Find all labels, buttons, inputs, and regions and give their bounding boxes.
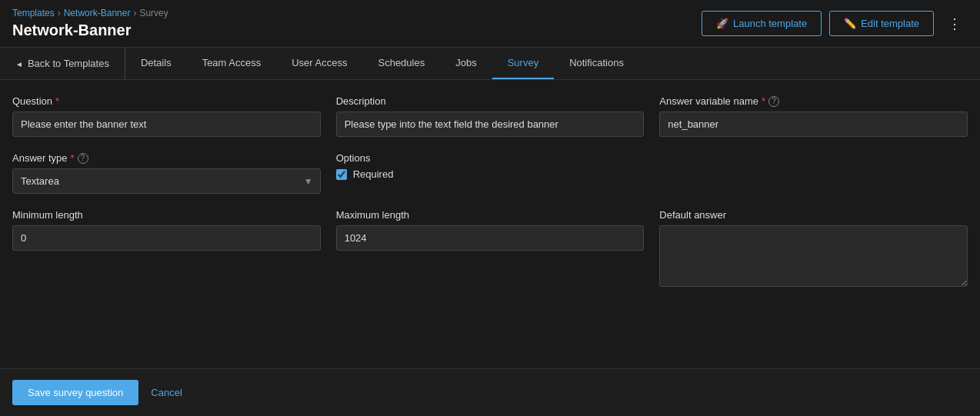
question-input[interactable] (12, 111, 321, 137)
options-label: Options (336, 152, 645, 164)
tab-survey[interactable]: Survey (492, 48, 554, 79)
breadcrumb-templates[interactable]: Templates (12, 8, 55, 18)
tab-team-access[interactable]: Team Access (187, 48, 277, 79)
answer-type-label: Answer type * ? (12, 152, 321, 164)
tab-schedules[interactable]: Schedules (362, 48, 440, 79)
answer-type-group: Answer type * ? Text Textarea Password I… (12, 152, 321, 194)
empty-cell-1 (659, 152, 968, 194)
edit-template-button[interactable]: Edit template (829, 11, 934, 36)
required-checkbox-text: Required (353, 168, 394, 180)
description-input[interactable] (336, 111, 645, 137)
question-required-star: * (55, 95, 59, 107)
nav-tabs: Back to Templates Details Team Access Us… (0, 48, 980, 80)
minimum-length-input[interactable] (12, 225, 321, 251)
answer-variable-name-input[interactable] (659, 111, 968, 137)
question-label: Question * (12, 95, 321, 107)
breadcrumb-network-banner[interactable]: Network-Banner (64, 8, 131, 18)
question-group: Question * (12, 95, 321, 137)
default-answer-group: Default answer (659, 209, 968, 287)
maximum-length-input[interactable] (336, 225, 645, 251)
answer-type-help-icon[interactable]: ? (78, 153, 88, 164)
save-survey-question-button[interactable]: Save survey question (12, 380, 138, 405)
minimum-length-group: Minimum length (12, 209, 321, 287)
required-checkbox[interactable] (336, 169, 347, 180)
launch-template-label: Launch template (733, 18, 807, 29)
top-header: Templates › Network-Banner › Survey Netw… (0, 0, 980, 48)
answer-type-select[interactable]: Text Textarea Password Integer Float Mul… (12, 168, 321, 194)
back-to-templates-label: Back to Templates (28, 58, 109, 69)
breadcrumb: Templates › Network-Banner › Survey (12, 8, 168, 18)
more-actions-button[interactable]: ⋮ (942, 12, 968, 35)
answer-type-required-star: * (71, 152, 75, 164)
back-to-templates-button[interactable]: Back to Templates (0, 48, 125, 79)
answer-variable-help-icon[interactable]: ? (768, 96, 779, 107)
tab-notifications[interactable]: Notifications (554, 48, 639, 79)
main-content: Question * Description Answer variable n… (0, 80, 980, 302)
tab-user-access[interactable]: User Access (276, 48, 362, 79)
answer-variable-name-group: Answer variable name * ? (659, 95, 968, 137)
form-row-1: Question * Description Answer variable n… (12, 95, 968, 137)
breadcrumb-survey: Survey (139, 8, 168, 18)
default-answer-textarea[interactable] (659, 225, 968, 287)
maximum-length-group: Maximum length (336, 209, 645, 287)
default-answer-label: Default answer (659, 209, 968, 221)
answer-type-select-wrapper: Text Textarea Password Integer Float Mul… (12, 168, 321, 194)
answer-variable-name-label: Answer variable name * ? (659, 95, 968, 107)
pencil-icon (844, 18, 856, 29)
minimum-length-label: Minimum length (12, 209, 321, 221)
required-checkbox-label[interactable]: Required (336, 168, 645, 180)
edit-template-label: Edit template (861, 18, 919, 29)
launch-template-button[interactable]: Launch template (702, 11, 822, 36)
title-section: Templates › Network-Banner › Survey Netw… (12, 8, 168, 39)
header-actions: Launch template Edit template ⋮ (702, 11, 968, 36)
footer-bar: Save survey question Cancel (0, 368, 980, 416)
answer-variable-required-star: * (762, 95, 765, 107)
tab-details[interactable]: Details (125, 48, 187, 79)
cancel-button[interactable]: Cancel (151, 387, 182, 398)
maximum-length-label: Maximum length (336, 209, 645, 221)
options-group: Options Required (336, 152, 645, 194)
page-title: Network-Banner (12, 22, 168, 39)
description-group: Description (336, 95, 645, 137)
tab-jobs[interactable]: Jobs (440, 48, 492, 79)
form-row-3: Minimum length Maximum length Default an… (12, 209, 968, 287)
chevron-left-icon (15, 58, 23, 69)
form-row-2: Answer type * ? Text Textarea Password I… (12, 152, 968, 194)
rocket-icon (716, 18, 728, 29)
description-label: Description (336, 95, 645, 107)
